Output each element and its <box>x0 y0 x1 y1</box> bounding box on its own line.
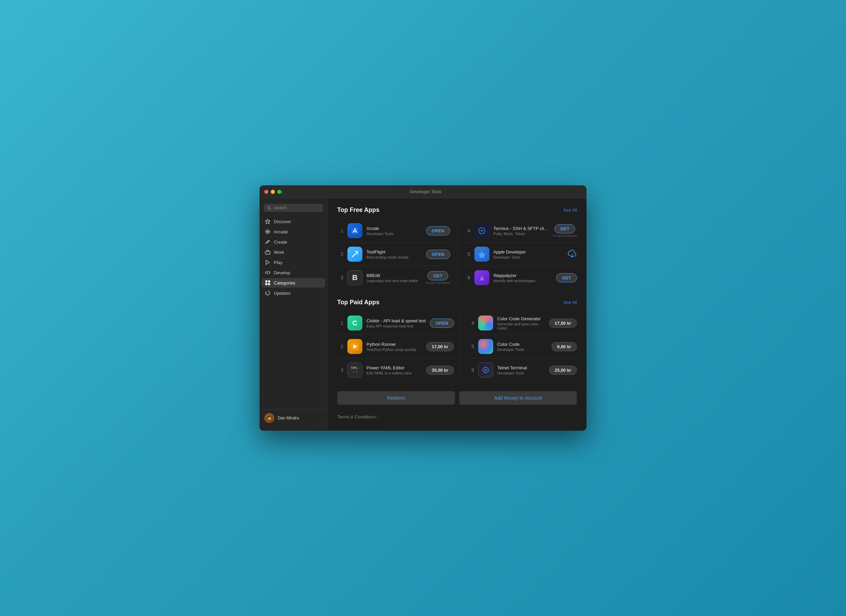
app-subtitle: Developer Tools <box>497 371 545 375</box>
app-action: OPEN <box>430 319 454 328</box>
add-money-button[interactable]: Add Money to Account <box>459 391 577 405</box>
app-subtitle: Developer Tools <box>366 232 422 236</box>
in-app-label: In-App Purchases <box>426 281 450 284</box>
arcade-icon <box>265 229 270 234</box>
app-rank: 5 <box>468 344 474 349</box>
sidebar-footer: 🧔 Dan Mindru <box>260 409 327 426</box>
sidebar-label-play: Play <box>274 260 282 265</box>
app-icon-xcode <box>347 223 362 238</box>
sidebar: Search Discover Arcade <box>260 198 328 431</box>
app-info: Power YAML Editor Edit YAML in a outline… <box>366 365 422 375</box>
minimize-button[interactable] <box>271 190 275 194</box>
svg-rect-6 <box>265 251 270 254</box>
app-name: Color Code Generator <box>497 316 545 321</box>
app-icon-colorcodegen <box>478 316 493 331</box>
traffic-lights <box>264 190 281 194</box>
list-item: 6 Telnet Terminal Developer Tools 25,00 … <box>468 359 577 382</box>
price-button[interactable]: 17,00 kr <box>549 319 577 328</box>
svg-rect-8 <box>265 281 267 282</box>
price-button[interactable]: 25,00 kr <box>549 366 577 375</box>
sidebar-item-work[interactable]: Work <box>261 247 325 257</box>
free-apps-see-all[interactable]: See All <box>563 207 577 213</box>
app-action: GET In-App Purchases <box>426 271 450 284</box>
play-icon <box>265 260 270 265</box>
app-rank: 3 <box>337 367 343 373</box>
free-apps-title: Top Free Apps <box>337 206 379 214</box>
price-button[interactable]: 35,00 kr <box>426 366 454 375</box>
svg-rect-10 <box>265 283 267 285</box>
sidebar-item-updates[interactable]: Updates <box>261 288 325 298</box>
sidebar-item-arcade[interactable]: Arcade <box>261 227 325 237</box>
get-button[interactable]: GET <box>556 273 577 282</box>
svg-line-1 <box>270 209 271 210</box>
app-subtitle: Putty, Mosh, Telnet <box>494 232 549 236</box>
sidebar-item-categories[interactable]: Categories <box>261 278 325 288</box>
app-action: 17,00 kr <box>426 342 454 351</box>
get-button[interactable]: GET <box>554 224 575 234</box>
svg-rect-11 <box>268 283 270 285</box>
sidebar-item-develop[interactable]: Develop <box>261 268 325 277</box>
app-icon-wappalyzer <box>474 270 489 285</box>
avatar: 🧔 <box>264 413 275 423</box>
app-rank: 4 <box>464 228 470 234</box>
sidebar-nav: Discover Arcade C <box>260 217 327 406</box>
app-rank: 2 <box>337 344 343 349</box>
list-item: 1 C Clobbr - API load & speed test Easy … <box>337 312 454 335</box>
bottom-actions: Redeem Add Money to Account <box>337 391 577 405</box>
sidebar-label-categories: Categories <box>274 281 295 285</box>
main-content: Top Free Apps See All 1 Xcode <box>328 198 586 431</box>
app-name: Power YAML Editor <box>366 365 422 370</box>
paid-apps-see-all[interactable]: See All <box>563 300 577 305</box>
paid-apps-title: Top Paid Apps <box>337 299 379 306</box>
user-name: Dan Mindru <box>278 416 299 420</box>
paid-apps-header: Top Paid Apps See All <box>337 299 577 306</box>
app-info: Apple Developer Developer Tools <box>494 249 564 259</box>
app-name: Color Code <box>497 342 547 347</box>
redeem-button[interactable]: Redeem <box>337 391 455 405</box>
search-box[interactable]: Search <box>264 204 323 212</box>
app-name: Termius - SSH & SFTP client <box>494 226 549 231</box>
app-icon-python <box>347 339 362 354</box>
app-subtitle: Developer Tools <box>497 347 547 351</box>
app-icon-appledev <box>474 247 489 262</box>
sidebar-item-discover[interactable]: Discover <box>261 217 325 226</box>
app-info: BBEdit Legendary text and code editor <box>366 273 422 283</box>
search-icon <box>267 206 272 210</box>
app-info: Wappalyzer Identify web technologies <box>494 273 552 283</box>
app-icon-clobbr: C <box>347 316 362 331</box>
updates-icon <box>265 290 270 296</box>
open-button[interactable]: OPEN <box>430 319 454 328</box>
price-button[interactable]: 17,00 kr <box>426 342 454 351</box>
app-name: Python Runner <box>366 342 422 347</box>
price-button[interactable]: 9,00 kr <box>551 342 577 351</box>
open-button[interactable]: OPEN <box>426 250 450 259</box>
window-title: Developer Tools <box>283 189 568 194</box>
free-apps-right: 4 Termius - SSH & SFTP client Putty, Mos… <box>457 219 577 289</box>
fullscreen-button[interactable] <box>277 190 281 194</box>
app-icon-colorcode <box>478 339 493 354</box>
list-item: 5 Color Code Developer Tools 9,00 kr <box>468 335 577 359</box>
app-subtitle: Easy API response load test <box>366 324 426 328</box>
list-item: 1 Xcode Developer Tools OPEN <box>337 219 450 243</box>
paid-apps-grid: 1 C Clobbr - API load & speed test Easy … <box>337 312 577 382</box>
sidebar-item-create[interactable]: Create <box>261 237 325 247</box>
search-placeholder: Search <box>274 206 287 210</box>
app-info: Color Code Generator Generate and save c… <box>497 316 545 330</box>
open-button[interactable]: OPEN <box>426 226 450 235</box>
app-rank: 6 <box>464 275 470 281</box>
app-action: OPEN <box>426 226 450 235</box>
cloud-download-icon[interactable] <box>567 249 577 259</box>
list-item: 3 YAML: - / Power YAML Editor Edit YAML … <box>337 359 454 382</box>
app-name: Telnet Terminal <box>497 365 545 370</box>
app-rank: 5 <box>464 251 470 257</box>
get-button[interactable]: GET <box>427 271 448 281</box>
paid-apps-left: 1 C Clobbr - API load & speed test Easy … <box>337 312 461 382</box>
chevron-right-icon: › <box>377 415 379 419</box>
terms-link[interactable]: Terms & Conditions › <box>337 412 577 422</box>
svg-line-5 <box>268 241 269 241</box>
close-button[interactable] <box>264 190 268 194</box>
paid-apps-right: 4 Color Code Generator Generate and save… <box>461 312 577 382</box>
app-icon-yaml: YAML: - / <box>347 363 362 378</box>
sidebar-item-play[interactable]: Play <box>261 257 325 267</box>
svg-point-3 <box>267 231 267 232</box>
